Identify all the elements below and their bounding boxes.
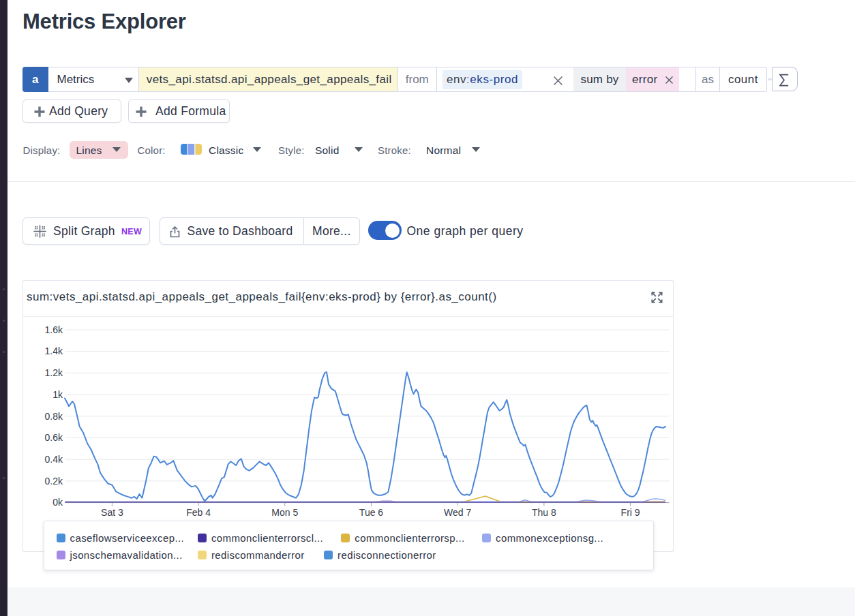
svg-text:1.4k: 1.4k bbox=[45, 345, 63, 356]
svg-text:Tue 6: Tue 6 bbox=[359, 507, 383, 518]
svg-text:Sat 3: Sat 3 bbox=[101, 507, 123, 518]
svg-text:Thu 8: Thu 8 bbox=[532, 507, 556, 518]
svg-text:Feb 4: Feb 4 bbox=[186, 507, 211, 518]
svg-text:1.2k: 1.2k bbox=[45, 367, 63, 378]
svg-text:1k: 1k bbox=[52, 389, 63, 400]
svg-text:Wed 7: Wed 7 bbox=[444, 507, 471, 518]
svg-text:0.6k: 0.6k bbox=[45, 432, 63, 443]
svg-text:0.4k: 0.4k bbox=[45, 454, 63, 465]
svg-text:0.2k: 0.2k bbox=[45, 476, 63, 487]
svg-text:0.8k: 0.8k bbox=[45, 411, 63, 422]
svg-text:Mon 5: Mon 5 bbox=[271, 507, 298, 518]
svg-text:0k: 0k bbox=[52, 497, 63, 508]
svg-text:1.6k: 1.6k bbox=[45, 324, 63, 335]
svg-text:Fri 9: Fri 9 bbox=[621, 507, 640, 518]
